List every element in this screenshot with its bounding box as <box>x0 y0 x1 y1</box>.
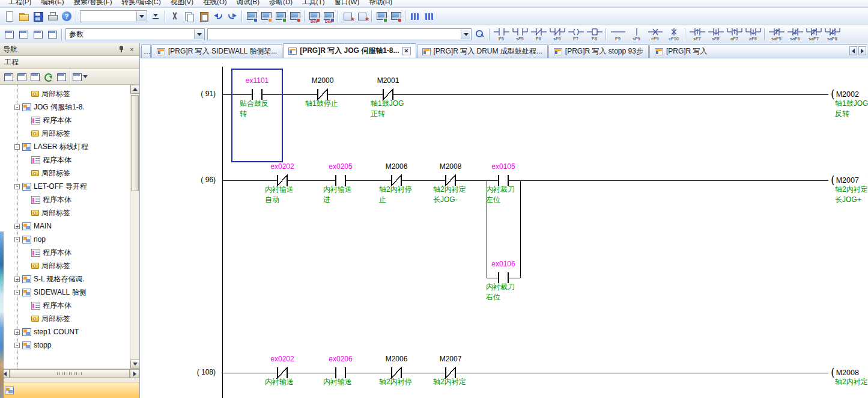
ladder-symbol-sF9-button[interactable]: sF9 <box>627 26 646 43</box>
all-expand-button[interactable] <box>15 70 28 83</box>
rebuild-all-button[interactable] <box>355 9 369 23</box>
chevron-down-icon[interactable] <box>461 29 470 39</box>
new-button[interactable] <box>2 9 16 23</box>
ladder-symbol-aF8-button[interactable]: aF8 <box>744 26 762 43</box>
project-view-button[interactable] <box>0 382 139 398</box>
tree-item[interactable]: 局部标签 <box>0 87 139 100</box>
cross-reference-window-button[interactable] <box>45 27 59 41</box>
tab-close-button[interactable]: × <box>402 47 411 55</box>
remote-operation-button[interactable] <box>288 9 302 23</box>
menu-item[interactable]: 窗口(W) <box>330 0 365 8</box>
new-data-button[interactable] <box>2 70 14 83</box>
tree-item[interactable]: -LET-OFF 导开程 <box>0 180 139 193</box>
ladder-symbol-saF7-button[interactable]: saF7 <box>804 26 823 43</box>
menu-item[interactable]: 搜索/替换(F) <box>69 0 117 8</box>
tree-item[interactable]: -LASER 标线灯程 <box>0 140 139 153</box>
pin-icon[interactable] <box>117 45 126 54</box>
scroll-up-icon[interactable] <box>130 85 139 94</box>
tree-item[interactable]: 局部标签 <box>0 206 139 219</box>
ladder-symbol-F9-button[interactable]: F9 <box>609 26 627 43</box>
ladder-editor[interactable]: ( 91)ex1101贴合鼓反 转M2000轴1鼓停止M2001轴1鼓JOG 正… <box>140 58 868 398</box>
ladder-symbol-sF5-button[interactable]: sF5 <box>511 26 529 43</box>
ladder-symbol-F5-button[interactable]: F5 <box>492 26 511 43</box>
ladder-symbol-sF8-button[interactable]: sF8 <box>706 26 725 43</box>
document-tab[interactable]: [PRG]R 写入 SIDEWALL 胎侧架... <box>151 44 282 58</box>
tab-scroll-right-icon[interactable] <box>858 46 866 55</box>
device-monitor-read-button[interactable]: Dev <box>321 9 336 23</box>
tree-item[interactable]: +S-L 规格存储调. <box>0 272 139 286</box>
horizontal-scroll-thumb[interactable] <box>10 369 130 378</box>
close-icon[interactable]: × <box>127 45 136 54</box>
collapse-icon[interactable]: - <box>14 184 20 189</box>
refresh-button[interactable] <box>41 70 54 83</box>
menu-item[interactable]: 视图(V) <box>166 0 198 8</box>
element-selection-window-button[interactable] <box>16 27 31 41</box>
menu-item[interactable]: 调试(B) <box>232 0 264 8</box>
copy-button[interactable] <box>182 9 196 23</box>
ladder-symbol-F6-button[interactable]: F6 <box>529 26 548 43</box>
tree-horizontal-scrollbar[interactable] <box>0 369 139 378</box>
tree-item[interactable]: -stopp <box>0 338 139 352</box>
read-from-plc-button[interactable] <box>259 9 273 23</box>
help-button[interactable] <box>59 9 74 23</box>
ladder-symbol-aF7-button[interactable]: aF7 <box>725 26 744 43</box>
open-button[interactable] <box>16 9 31 23</box>
ladder-symbol-saF5-button[interactable]: saF5 <box>767 26 786 43</box>
collapse-icon[interactable]: - <box>14 343 20 348</box>
watch-window-1-button[interactable] <box>408 9 422 23</box>
tree-vertical-scrollbar[interactable] <box>130 85 139 369</box>
toolbar-options-button[interactable] <box>148 9 163 23</box>
save-button[interactable] <box>31 9 45 23</box>
vertical-scroll-thumb[interactable] <box>131 95 139 191</box>
tree-item[interactable]: 局部标签 <box>0 127 139 140</box>
expand-icon[interactable]: + <box>14 224 20 229</box>
display-setting-button[interactable] <box>73 70 86 83</box>
expand-icon[interactable]: + <box>14 277 20 282</box>
ladder-symbol-cF10-button[interactable]: cF10 <box>664 26 683 43</box>
cut-button[interactable] <box>168 9 182 23</box>
tree-item[interactable]: -SIDEWALL 胎侧 <box>0 286 139 299</box>
chevron-down-icon[interactable] <box>136 11 146 21</box>
menu-item[interactable]: 工具(T) <box>297 0 330 8</box>
scroll-down-icon[interactable] <box>130 360 139 369</box>
chevron-down-icon[interactable] <box>194 29 204 39</box>
redo-button[interactable] <box>225 9 240 23</box>
ladder-symbol-sF7-button[interactable]: sF7 <box>688 26 706 43</box>
tree-item[interactable]: 程序本体 <box>0 299 139 312</box>
ladder-symbol-F8-button[interactable]: F8 <box>585 26 604 43</box>
watch-window-2-button[interactable] <box>422 9 437 23</box>
collapse-icon[interactable]: - <box>14 144 20 150</box>
collapse-icon[interactable]: - <box>14 105 20 110</box>
undo-button[interactable] <box>211 9 225 23</box>
document-tab[interactable]: … <box>141 44 151 58</box>
all-fold-button[interactable] <box>28 70 41 83</box>
collapse-icon[interactable]: - <box>14 237 20 242</box>
tree-item[interactable]: 程序本体 <box>0 114 139 127</box>
ladder-symbol-F7-button[interactable]: F7 <box>566 26 585 43</box>
menu-item[interactable]: 转换/编译(C) <box>117 0 166 8</box>
menu-item[interactable]: 编辑(E) <box>36 0 68 8</box>
collapse-icon[interactable]: - <box>14 290 20 295</box>
tree-item[interactable]: 局部标签 <box>0 167 139 180</box>
menu-item[interactable]: 帮助(H) <box>364 0 397 8</box>
tree-item[interactable]: 局部标签 <box>0 259 139 272</box>
tree-item[interactable]: 程序本体 <box>0 246 139 259</box>
scroll-right-icon[interactable] <box>130 369 139 378</box>
monitor-stop-button[interactable] <box>389 9 403 23</box>
toolbar-combobox[interactable] <box>80 10 147 22</box>
verify-with-plc-button[interactable] <box>273 9 288 23</box>
menu-item[interactable]: 在线(O) <box>198 0 232 8</box>
tree-item[interactable]: +MAIN <box>0 219 139 233</box>
menu-item[interactable]: 工程(P) <box>4 0 36 8</box>
monitor-start-button[interactable] <box>374 9 389 23</box>
write-to-plc-button[interactable] <box>244 9 259 23</box>
parameter-combobox[interactable]: 参数 <box>65 28 205 40</box>
tree-item[interactable]: -JOG 伺服轴1-8. <box>0 100 139 114</box>
ladder-symbol-sF6-button[interactable]: sF6 <box>548 26 566 43</box>
tree-item[interactable]: +step1 COUNT <box>0 325 139 338</box>
menu-item[interactable]: 诊断(D) <box>264 0 297 8</box>
tree-item[interactable]: 局部标签 <box>0 312 139 325</box>
ladder-symbol-saF8-button[interactable]: saF8 <box>823 26 842 43</box>
tree-item[interactable]: 程序本体 <box>0 193 139 206</box>
device-combobox[interactable] <box>207 28 472 40</box>
